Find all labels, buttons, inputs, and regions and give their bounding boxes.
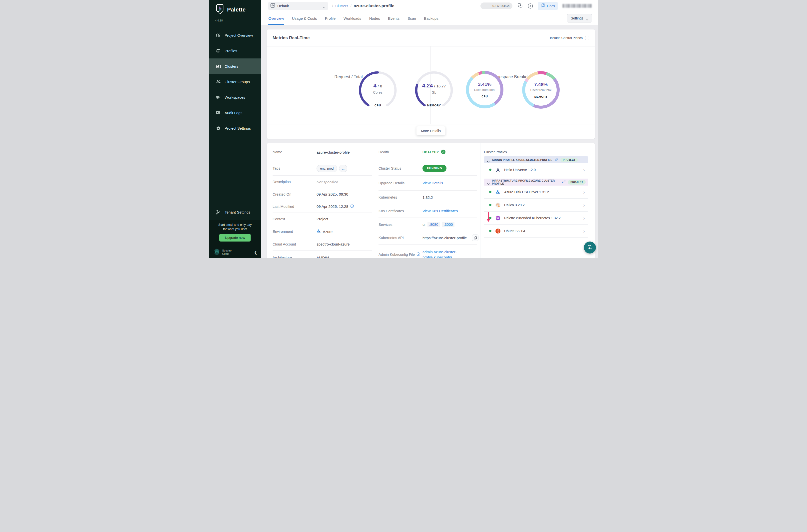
tab-scan[interactable]: Scan (408, 12, 416, 25)
tab-workloads[interactable]: Workloads (343, 12, 361, 25)
chevron-down-icon[interactable] (487, 159, 490, 161)
service-name: ui (423, 222, 426, 227)
tab-events[interactable]: Events (388, 12, 399, 25)
profile-layer-azure-disk[interactable]: Azure Disk CSI Driver 1.31.2 › (484, 186, 588, 198)
project-selector[interactable]: Default (268, 2, 328, 10)
chevron-down-icon (323, 5, 325, 7)
status-dot (489, 230, 491, 232)
tab-overview[interactable]: Overview (268, 12, 284, 25)
service-port-8080-link[interactable]: :8080 (428, 222, 440, 227)
project-badge: PROJECT (560, 158, 578, 162)
chevron-right-icon: › (583, 190, 585, 194)
docs-button[interactable]: Docs (538, 2, 558, 10)
detail-row-context: Context Project (273, 213, 372, 225)
addon-profile-header[interactable]: ADDON PROFILE AZURE-CLUSTER-PROFILE PROJ… (484, 156, 588, 163)
chevron-right-icon: › (583, 215, 585, 221)
link-icon[interactable] (562, 180, 566, 184)
settings-button[interactable]: Settings (567, 14, 592, 22)
description-value: Not specified. (317, 180, 339, 184)
user-name-redacted[interactable] (562, 4, 592, 8)
view-details-link[interactable]: View Details (423, 181, 443, 185)
tab-backups[interactable]: Backups (424, 12, 438, 25)
sidebar-item-project-overview[interactable]: Project Overview (209, 27, 261, 43)
calico-icon (495, 202, 501, 208)
details-left-column: Name azure-cluster-profile Tags env: pro… (267, 143, 376, 258)
addon-profile-name: ADDON PROFILE AZURE-CLUSTER-PROFILE (492, 158, 552, 162)
memory-donut-label: MEMORY (534, 95, 548, 98)
profile-layer-name: Palette eXtended Kubernetes 1.32.2 (504, 216, 583, 220)
profile-layer-ubuntu[interactable]: Ubuntu 22.04 › (484, 225, 588, 238)
sidebar-item-tenant-settings[interactable]: Tenant Settings (209, 204, 261, 220)
view-k8s-certificates-link[interactable]: View K8s Certificates (423, 209, 458, 213)
tab-bar: Overview Usage & Costs Profile Workloads… (261, 12, 598, 25)
sidebar-item-clusters[interactable]: Clusters (209, 58, 261, 74)
azure-icon (495, 189, 501, 195)
request-total-heading: Request / Total (267, 74, 431, 79)
chevron-right-icon: › (583, 203, 585, 208)
memory-unit: Gb (432, 90, 436, 94)
compass-icon[interactable] (527, 3, 533, 9)
memory-request-gauge: 4.24 / 16.77 Gb MEMORY (413, 69, 455, 111)
detail-row-created-on: Created On 09 Apr 2025, 09:30 (273, 188, 372, 200)
link-icon[interactable] (555, 158, 558, 162)
breadcrumb-clusters-link[interactable]: Clusters (335, 4, 348, 8)
page-title: azure-cluster-profile (354, 3, 394, 8)
cluster-details-card: Name azure-cluster-profile Tags env: pro… (267, 143, 595, 258)
context-value: Project (317, 217, 328, 221)
include-control-planes-checkbox[interactable] (585, 36, 589, 40)
admin-kubeconfig-link[interactable]: admin.azure-cluster- profile.kubeconfig (423, 249, 457, 258)
chevron-down-icon[interactable] (487, 181, 490, 183)
network-icon (215, 79, 221, 84)
sidebar-item-audit-logs[interactable]: Audit Logs (209, 105, 261, 120)
copy-icon[interactable] (472, 234, 478, 241)
sidebar-item-cluster-groups[interactable]: Cluster Groups (209, 74, 261, 90)
more-details-button[interactable]: More Details (416, 126, 446, 135)
info-icon[interactable] (416, 252, 420, 257)
cluster-status-badge: RUNNING (423, 165, 447, 172)
settings-label: Settings (571, 16, 583, 20)
detail-row-last-modified: Last Modified 09 Apr 2025, 12:28 (273, 200, 372, 213)
status-dot (489, 217, 491, 219)
sidebar-item-workspaces[interactable]: Workspaces (209, 90, 261, 105)
tab-usage-costs[interactable]: Usage & Costs (292, 12, 317, 25)
profile-layer-name: Ubuntu 22.04 (504, 229, 583, 233)
tag-more[interactable]: ... (339, 165, 347, 172)
search-fab-button[interactable] (584, 242, 596, 253)
usage-meter: 0.17/100kCh (481, 2, 512, 9)
sidebar-item-label: Profiles (225, 49, 237, 53)
sidebar-item-project-settings[interactable]: Project Settings (209, 120, 261, 136)
chat-icon[interactable] (517, 3, 523, 9)
detail-row-kubernetes: Kubernetes 1.32.2 (378, 191, 477, 204)
ubuntu-icon (495, 228, 501, 234)
detail-row-admin-kubeconfig: Admin Kubeconfig File admin.azure-cluste… (378, 245, 477, 258)
collapse-sidebar-icon[interactable]: ❮ (254, 250, 257, 255)
service-port-3000-link[interactable]: :3000 (442, 222, 454, 227)
upgrade-now-button[interactable]: Upgrade now (219, 234, 250, 242)
sidebar-item-label: Workspaces (225, 95, 245, 99)
detail-row-cluster-status: Cluster Status RUNNING (378, 162, 477, 176)
info-icon[interactable] (350, 204, 354, 209)
cpu-request-gauge: 4 / 8 Cores CPU (357, 69, 399, 111)
last-modified-value: 09 Apr 2025, 12:28 (317, 204, 348, 209)
cpu-namespace-donut: 3.41% Used from total CPU (466, 71, 503, 108)
detail-row-services: Services ui :8080 :3000 (378, 218, 477, 231)
tab-nodes[interactable]: Nodes (369, 12, 380, 25)
detail-row-health: Health HEALTHY (378, 143, 477, 162)
details-middle-column: Health HEALTHY Cluster Status RUNNING Up… (376, 143, 480, 258)
cluster-profiles-panel: Cluster Profiles ADDON PROFILE AZURE-CLU… (480, 143, 595, 258)
infrastructure-profile-name: INFRASTRUCTURE PROFILE AZURE-CLUSTER-PRO… (492, 179, 560, 185)
tab-profile[interactable]: Profile (325, 12, 336, 25)
app-name: Palette (227, 6, 246, 13)
infrastructure-profile-header[interactable]: INFRASTRUCTURE PROFILE AZURE-CLUSTER-PRO… (484, 178, 588, 186)
sidebar-footer: Spectro Cloud ❮ (209, 246, 261, 258)
audit-icon (215, 110, 221, 115)
gear-icon (215, 126, 221, 131)
profile-layer-pxk[interactable]: Palette eXtended Kubernetes 1.32.2 › (484, 212, 588, 225)
profile-layer-hello-universe[interactable]: Hello Universe 1.2.0 › (484, 163, 588, 176)
sidebar-item-profiles[interactable]: Profiles (209, 43, 261, 58)
memory-gauge-label: MEMORY (413, 104, 455, 107)
brand-name: Spectro Cloud (222, 249, 254, 255)
profile-layer-calico[interactable]: Calico 3.29.2 › (484, 198, 588, 212)
sidebar-item-label: Cluster Groups (225, 80, 250, 84)
detail-row-name: Name azure-cluster-profile (273, 143, 372, 162)
